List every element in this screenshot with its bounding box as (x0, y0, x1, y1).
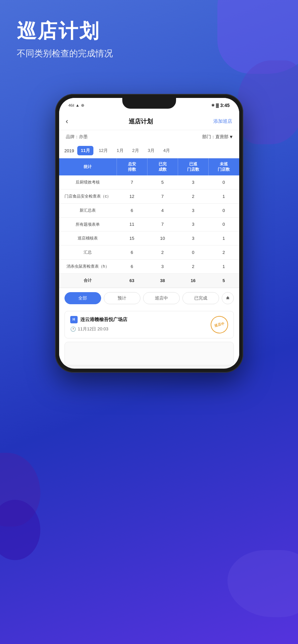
store-time-row: 🕐 11月12日 20:03 (70, 326, 211, 332)
store-info: H 连云港赣榆吾悦广场店 🕐 11月12日 20:03 (70, 316, 211, 332)
row-name: 后厨绩效考核 (59, 175, 117, 189)
row-completed: 5 (147, 175, 178, 189)
row-total: 6 (117, 203, 147, 217)
row-total: 15 (117, 231, 147, 246)
row-total: 7 (117, 175, 147, 189)
store-time: 11月12日 20:03 (78, 326, 109, 332)
row-name: 消杀虫鼠害检查表（h） (59, 259, 117, 273)
row-name: 新汇总表 (59, 203, 117, 217)
battery-icon: ▓ (216, 103, 219, 108)
chevron-up-icon (225, 296, 230, 301)
table-row: 巡店稽核表 15 10 3 1 (59, 231, 239, 246)
clock-icon: 🕐 (70, 326, 76, 332)
add-tour-button[interactable]: 添加巡店 (213, 118, 232, 124)
filter-tab-planned[interactable]: 预计 (104, 292, 140, 304)
row-name: 门店食品安全检查表（c） (59, 189, 117, 203)
status-right: ✱ ▓ 3:45 (211, 103, 230, 108)
store-icon: H (70, 316, 78, 323)
th-completed: 已完成数 (147, 158, 178, 175)
row-visited: 2 (178, 259, 208, 273)
row-completed: 10 (147, 231, 178, 246)
scroll-top-button[interactable] (222, 292, 234, 304)
filter-tab-all[interactable]: 全部 (65, 292, 101, 304)
month-tab-apr[interactable]: 4月 (160, 146, 173, 155)
signal-icon: 46il (69, 103, 74, 107)
app-content: ‹ 巡店计划 添加巡店 品牌：亦墨 部门：直营部 ▾ 2019 11月 12 (59, 113, 239, 365)
th-visited: 已巡门店数 (178, 158, 208, 175)
page-main-title: 巡店计划 (17, 20, 113, 42)
row-unvisited: 1 (208, 259, 239, 273)
phone-notch (122, 98, 176, 109)
table-row: 所有题项表单 11 7 3 0 (59, 217, 239, 231)
row-visited: 2 (178, 189, 208, 203)
row-completed: 38 (147, 273, 178, 287)
month-tab-feb[interactable]: 2月 (129, 146, 142, 155)
row-unvisited: 5 (208, 273, 239, 287)
row-visited: 3 (178, 203, 208, 217)
table-row: 新汇总表 6 4 3 0 (59, 203, 239, 217)
dept-selector[interactable]: 部门：直营部 ▾ (202, 133, 232, 140)
month-tab-nov[interactable]: 11月 (77, 146, 93, 155)
row-visited: 3 (178, 217, 208, 231)
carrier-icon: ⊕ (81, 103, 84, 108)
nav-bar: ‹ 巡店计划 添加巡店 (59, 113, 239, 130)
month-tab-dec[interactable]: 12月 (95, 146, 111, 155)
row-unvisited: 2 (208, 246, 239, 260)
row-total: 12 (117, 189, 147, 203)
month-tabs: 2019 11月 12月 1月 2月 3月 4月 (59, 143, 239, 158)
table-row: 汇总 6 2 0 2 (59, 246, 239, 260)
brand-label: 品牌：亦墨 (66, 134, 88, 140)
store-card[interactable]: H 连云港赣榆吾悦广场店 🕐 11月12日 20:03 巡店中 (65, 311, 234, 338)
month-tab-mar[interactable]: 3月 (144, 146, 158, 155)
table-row-total: 合计 63 38 16 5 (59, 273, 239, 287)
row-visited: 3 (178, 231, 208, 246)
store-name-row: H 连云港赣榆吾悦广场店 (70, 316, 211, 323)
wifi-icon: ▲ (76, 103, 80, 108)
row-completed: 2 (147, 246, 178, 260)
bluetooth-icon: ✱ (211, 103, 215, 108)
row-name: 汇总 (59, 246, 117, 260)
page-sub-title: 不同类别检查的完成情况 (17, 48, 113, 59)
row-unvisited: 0 (208, 203, 239, 217)
row-unvisited: 0 (208, 175, 239, 189)
th-stats: 统计 (59, 158, 117, 175)
table-row: 消杀虫鼠害检查表（h） 6 3 2 1 (59, 259, 239, 273)
row-visited: 16 (178, 273, 208, 287)
store-name: 连云港赣榆吾悦广场店 (80, 317, 127, 323)
row-visited: 3 (178, 175, 208, 189)
stats-table: 统计 总安排数 已完成数 已巡门店数 未巡门店数 后厨绩效考核 7 (59, 158, 239, 288)
row-name: 巡店稽核表 (59, 231, 117, 246)
filter-tab-touring[interactable]: 巡店中 (143, 292, 180, 304)
row-total: 11 (117, 217, 147, 231)
stats-table-wrapper: 统计 总安排数 已完成数 已巡门店数 未巡门店数 后厨绩效考核 7 (59, 158, 239, 288)
status-bar: 46il ▲ ⊕ ✱ ▓ 3:45 (59, 98, 239, 113)
dept-label: 部门：直营部 (202, 134, 228, 140)
row-total: 6 (117, 246, 147, 260)
row-total: 63 (117, 273, 147, 287)
row-unvisited: 1 (208, 231, 239, 246)
th-total: 总安排数 (117, 158, 147, 175)
row-completed: 7 (147, 217, 178, 231)
row-completed: 3 (147, 259, 178, 273)
filter-tab-completed[interactable]: 已完成 (182, 292, 219, 304)
year-label: 2019 (65, 148, 74, 153)
back-button[interactable]: ‹ (66, 117, 68, 126)
nav-title: 巡店计划 (129, 117, 153, 125)
chevron-down-icon: ▾ (230, 133, 232, 140)
store-list: H 连云港赣榆吾悦广场店 🕐 11月12日 20:03 巡店中 (59, 308, 239, 365)
status-time: 3:45 (220, 103, 229, 108)
month-tab-jan[interactable]: 1月 (113, 146, 127, 155)
phone-mockup: 46il ▲ ⊕ ✱ ▓ 3:45 ‹ 巡店计划 添加巡店 (55, 94, 243, 373)
row-unvisited: 0 (208, 217, 239, 231)
table-row: 后厨绩效考核 7 5 3 0 (59, 175, 239, 189)
store-status-badge: 巡店中 (209, 314, 230, 335)
row-unvisited: 1 (208, 189, 239, 203)
filter-tabs: 全部 预计 巡店中 已完成 (59, 288, 239, 308)
row-name: 所有题项表单 (59, 217, 117, 231)
th-unvisited: 未巡门店数 (208, 158, 239, 175)
store-card-placeholder (65, 342, 234, 365)
row-completed: 4 (147, 203, 178, 217)
row-total: 6 (117, 259, 147, 273)
status-left: 46il ▲ ⊕ (69, 103, 84, 108)
row-name: 合计 (59, 273, 117, 287)
